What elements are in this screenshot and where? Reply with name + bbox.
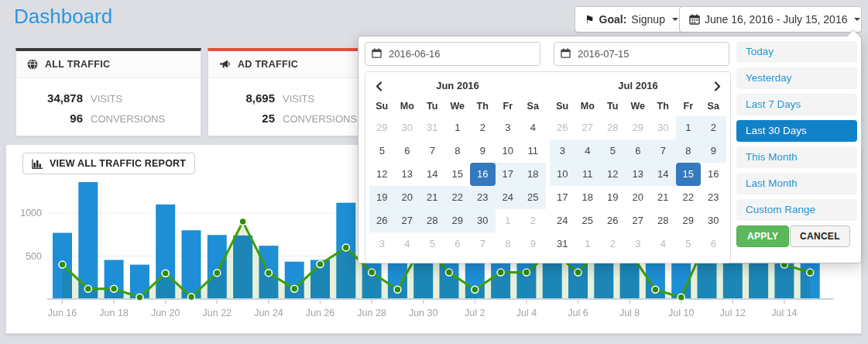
calendar-day[interactable]: 18 xyxy=(575,186,601,209)
calendar-day[interactable]: 2 xyxy=(600,232,626,256)
calendar-day[interactable]: 30 xyxy=(701,209,726,232)
calendar-day[interactable]: 19 xyxy=(369,186,395,209)
calendar-day[interactable]: 4 xyxy=(575,139,601,163)
calendar-day[interactable]: 4 xyxy=(395,232,420,256)
calendar-day[interactable]: 20 xyxy=(395,186,420,209)
calendar-day[interactable]: 26 xyxy=(369,209,395,232)
calendar-day[interactable]: 4 xyxy=(650,232,676,256)
start-date-input[interactable] xyxy=(365,42,540,66)
calendar-day[interactable]: 2 xyxy=(470,116,496,139)
calendar-day[interactable]: 14 xyxy=(420,163,445,186)
calendar-day[interactable]: 11 xyxy=(520,139,546,163)
calendar-day[interactable]: 7 xyxy=(420,139,445,163)
range-option-custom-range[interactable]: Custom Range xyxy=(736,199,857,221)
calendar-day[interactable]: 12 xyxy=(600,163,626,186)
calendar-day[interactable]: 8 xyxy=(496,232,521,256)
calendar-day[interactable]: 28 xyxy=(600,116,626,139)
calendar-day[interactable]: 9 xyxy=(470,139,496,163)
calendar-day[interactable]: 17 xyxy=(496,163,521,186)
calendar-day[interactable]: 1 xyxy=(496,209,521,232)
calendar-day[interactable]: 29 xyxy=(676,209,702,232)
calendar-day[interactable]: 2 xyxy=(701,116,726,139)
cancel-button[interactable]: CANCEL xyxy=(790,225,850,247)
calendar-day[interactable]: 1 xyxy=(676,116,702,139)
calendar-day[interactable]: 29 xyxy=(626,116,651,139)
calendar-day[interactable]: 8 xyxy=(676,139,702,163)
calendar-day[interactable]: 3 xyxy=(496,116,521,139)
calendar-day[interactable]: 8 xyxy=(445,139,471,163)
calendar-day[interactable]: 30 xyxy=(395,116,420,139)
calendar-day[interactable]: 1 xyxy=(445,116,471,139)
calendar-day[interactable]: 25 xyxy=(575,209,601,232)
calendar-day[interactable]: 13 xyxy=(626,163,651,186)
calendar-day[interactable]: 20 xyxy=(626,186,651,209)
view-all-traffic-report-button[interactable]: VIEW ALL TRAFFIC REPORT xyxy=(22,153,195,174)
calendar-day[interactable]: 4 xyxy=(520,116,546,139)
calendar-day[interactable]: 10 xyxy=(550,163,575,186)
calendar-day[interactable]: 7 xyxy=(470,232,496,256)
calendar-day[interactable]: 24 xyxy=(496,186,521,209)
calendar-day[interactable]: 25 xyxy=(520,186,546,209)
calendar-day[interactable]: 5 xyxy=(600,139,626,163)
calendar-day[interactable]: 24 xyxy=(550,209,575,232)
goal-selector-button[interactable]: ⚑ Goal: Signup xyxy=(575,6,688,33)
range-option-last-month[interactable]: Last Month xyxy=(736,173,857,194)
calendar-day[interactable]: 11 xyxy=(575,163,601,186)
range-option-this-month[interactable]: This Month xyxy=(736,146,857,168)
calendar-day[interactable]: 29 xyxy=(369,116,395,139)
calendar-day[interactable]: 16 xyxy=(470,163,496,186)
calendar-day[interactable]: 19 xyxy=(600,186,626,209)
calendar-day[interactable]: 27 xyxy=(395,209,420,232)
calendar-day[interactable]: 5 xyxy=(420,232,445,256)
calendar-day[interactable]: 15 xyxy=(445,163,471,186)
calendar-day[interactable]: 6 xyxy=(626,139,651,163)
calendar-day[interactable]: 18 xyxy=(520,163,546,186)
calendar-day[interactable]: 2 xyxy=(520,209,546,232)
calendar-day[interactable]: 21 xyxy=(650,186,676,209)
calendar-day[interactable]: 13 xyxy=(395,163,420,186)
calendar-day[interactable]: 26 xyxy=(550,116,575,139)
calendar-day[interactable]: 31 xyxy=(420,116,445,139)
calendar-day[interactable]: 22 xyxy=(676,186,702,209)
calendar-day[interactable]: 6 xyxy=(445,232,471,256)
range-option-last-7-days[interactable]: Last 7 Days xyxy=(736,94,857,115)
end-date-input[interactable] xyxy=(554,42,729,66)
calendar-day[interactable]: 14 xyxy=(650,163,676,186)
calendar-day[interactable]: 3 xyxy=(550,139,575,163)
calendar-day[interactable]: 9 xyxy=(520,232,546,256)
calendar-day[interactable]: 3 xyxy=(369,232,395,256)
calendar-day[interactable]: 28 xyxy=(650,209,676,232)
calendar-day[interactable]: 22 xyxy=(445,186,471,209)
calendar-day[interactable]: 23 xyxy=(470,186,496,209)
calendar-day[interactable]: 5 xyxy=(369,139,395,163)
calendar-day[interactable]: 27 xyxy=(626,209,651,232)
calendar-day[interactable]: 28 xyxy=(420,209,445,232)
range-option-yesterday[interactable]: Yesterday xyxy=(736,67,857,89)
range-option-today[interactable]: Today xyxy=(736,41,857,63)
calendar-day[interactable]: 7 xyxy=(650,139,676,163)
calendar-day[interactable]: 17 xyxy=(550,186,575,209)
calendar-day[interactable]: 10 xyxy=(496,139,521,163)
calendar-day[interactable]: 30 xyxy=(650,116,676,139)
calendar-day[interactable]: 5 xyxy=(676,232,702,256)
calendar-day[interactable]: 21 xyxy=(420,186,445,209)
chevron-right-icon[interactable] xyxy=(709,78,725,94)
calendar-day[interactable]: 9 xyxy=(701,139,726,163)
calendar-day[interactable]: 1 xyxy=(575,232,601,256)
apply-button[interactable]: APPLY xyxy=(736,225,789,247)
calendar-day[interactable]: 30 xyxy=(470,209,496,232)
calendar-day[interactable]: 6 xyxy=(701,232,726,256)
date-range-button[interactable]: June 16, 2016 - July 15, 2016 xyxy=(679,6,862,33)
calendar-day[interactable]: 31 xyxy=(550,232,575,256)
calendar-day[interactable]: 16 xyxy=(701,163,726,186)
calendar-day[interactable]: 3 xyxy=(626,232,651,256)
calendar-day[interactable]: 15 xyxy=(676,163,702,186)
calendar-day[interactable]: 26 xyxy=(600,209,626,232)
calendar-day[interactable]: 6 xyxy=(395,139,420,163)
range-option-last-30-days[interactable]: Last 30 Days xyxy=(736,120,857,142)
calendar-day[interactable]: 29 xyxy=(445,209,471,232)
calendar-day[interactable]: 12 xyxy=(369,163,395,186)
calendar-day[interactable]: 23 xyxy=(701,186,726,209)
chevron-left-icon[interactable] xyxy=(371,78,386,94)
calendar-day[interactable]: 27 xyxy=(575,116,601,139)
